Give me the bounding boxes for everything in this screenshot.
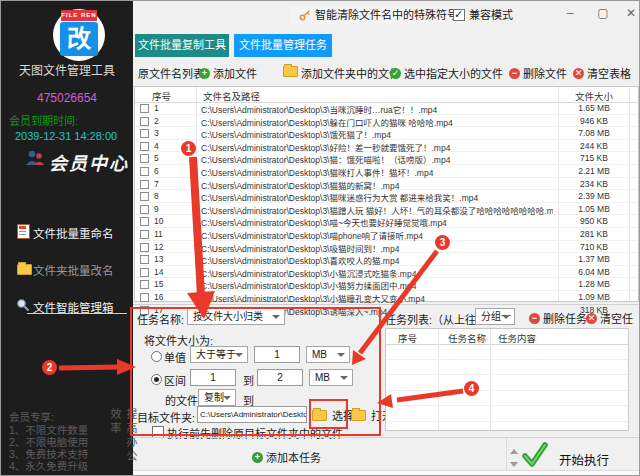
- table-row[interactable]: 4C:\Users\Administrator\Desktop\3\好险！差一秒…: [135, 140, 638, 153]
- row-checkbox[interactable]: [140, 192, 149, 201]
- row-checkbox[interactable]: [140, 205, 149, 214]
- row-checkbox[interactable]: [140, 268, 149, 277]
- row-checkbox[interactable]: [140, 293, 149, 302]
- row-checkbox[interactable]: [140, 217, 149, 226]
- start-button-label[interactable]: 开始执行: [559, 450, 609, 469]
- annotation-badge-2: 2: [42, 360, 57, 375]
- select-by-size-button[interactable]: ✓选中指定大小的文件: [390, 65, 503, 81]
- row-index: 10: [154, 216, 163, 226]
- row-checkbox[interactable]: [140, 167, 149, 176]
- table-row[interactable]: 3C:\Users\Administrator\Desktop\3\饿死猫了！.…: [135, 127, 638, 140]
- range-from-input[interactable]: 1: [190, 369, 236, 386]
- scroll-down-icon[interactable]: [510, 462, 518, 471]
- compat-mode-toggle[interactable]: 兼容模式: [453, 8, 513, 22]
- add-file-button[interactable]: +添加文件: [199, 65, 257, 81]
- delete-task-button[interactable]: −删除任务: [529, 310, 587, 326]
- row-checkbox[interactable]: [140, 180, 149, 189]
- table-row[interactable]: 6C:\Users\Administrator\Desktop\3\猫咪打人事件…: [135, 165, 638, 178]
- sidebar-item-smart-manager[interactable]: 文件智能管理箱: [17, 298, 133, 314]
- row-size: 710 KB: [559, 242, 629, 252]
- select-folder-button[interactable]: 选择: [312, 407, 354, 423]
- minimize-button[interactable]: –: [558, 4, 582, 22]
- expire-label: 会员到期时间:: [9, 112, 78, 128]
- tab-batch-manage[interactable]: 文件批量管理任务: [234, 34, 332, 57]
- task-name-select[interactable]: 按文件大小归类: [187, 308, 285, 325]
- sidebar-item-batch-rename[interactable]: 文件批量重命名: [17, 224, 133, 240]
- row-index: 14: [154, 267, 163, 277]
- row-checkbox[interactable]: [140, 117, 149, 126]
- sidebar-item-folder-rename[interactable]: 文件夹批量改名: [17, 261, 133, 277]
- row-index: 2: [154, 116, 159, 126]
- table-row[interactable]: 9C:\Users\Administrator\Desktop\3\猫蹭人玩 猫…: [135, 203, 638, 216]
- qq-number: 475026654: [1, 91, 133, 105]
- task-table-body: [386, 344, 628, 438]
- table-row[interactable]: 12C:\Users\Administrator\Desktop\3\吸猫时间到…: [135, 241, 638, 254]
- table-row[interactable]: 8C:\Users\Administrator\Desktop\3\猫咪迷惑行为…: [135, 190, 638, 203]
- range-unit-select[interactable]: MB: [309, 369, 353, 386]
- add-task-button[interactable]: +添加本任务: [252, 449, 321, 465]
- task-row-empty: [386, 406, 628, 422]
- divider: [506, 438, 507, 471]
- table-row[interactable]: 15C:\Users\Administrator\Desktop\3\小猫努力揉…: [135, 278, 638, 291]
- tab-batch-copy[interactable]: 文件批量复制工具: [135, 34, 229, 57]
- row-path: C:\Users\Administrator\Desktop\3\躲在门口吓人的…: [201, 116, 553, 128]
- close-button[interactable]: ✕: [619, 4, 640, 22]
- table-row[interactable]: 14C:\Users\Administrator\Desktop\3\小猫沉浸式…: [135, 266, 638, 279]
- row-path: C:\Users\Administrator\Desktop\3\猫蹭人玩 猫好…: [201, 204, 553, 216]
- file-action-label: 的文件: [165, 392, 198, 408]
- table-row[interactable]: 16C:\Users\Administrator\Desktop\3\小猫瞳孔变…: [135, 291, 638, 304]
- table-row[interactable]: 1C:\Users\Administrator\Desktop\3\当咪沉睡时……: [135, 102, 638, 115]
- row-path: C:\Users\Administrator\Desktop\3\小猫努力揉面团…: [201, 279, 553, 291]
- row-checkbox[interactable]: [140, 230, 149, 239]
- compat-checkbox[interactable]: [453, 9, 465, 21]
- member-center-button[interactable]: 会员中心: [25, 149, 133, 175]
- clean-special-chars-button[interactable]: 智能清除文件名中的特殊符号: [291, 5, 466, 25]
- minus-icon: −: [529, 313, 540, 324]
- table-row[interactable]: 7C:\Users\Administrator\Desktop\3\猫猫的新窝！…: [135, 178, 638, 191]
- app-window: FILE REN 改 天图文件管理工具 475026654 会员到期时间: 20…: [0, 0, 640, 476]
- single-op-select[interactable]: 大于等于: [190, 346, 248, 363]
- single-unit-select[interactable]: MB: [306, 346, 350, 363]
- row-size: 6.04 MB: [559, 267, 629, 277]
- target-folder-label: 目标文件夹:: [137, 409, 195, 425]
- row-index: 7: [154, 179, 159, 189]
- range-to-input[interactable]: 2: [257, 369, 303, 386]
- file-table-body: 1C:\Users\Administrator\Desktop\3\当咪沉睡时……: [135, 102, 638, 316]
- action-select[interactable]: 复制: [198, 389, 236, 406]
- scroll-up-icon[interactable]: [510, 445, 518, 454]
- delete-file-button[interactable]: −删除文件: [509, 65, 567, 81]
- add-folder-files-button[interactable]: 添加文件夹中的文件: [283, 65, 400, 81]
- row-checkbox[interactable]: [140, 129, 149, 138]
- target-folder-input[interactable]: C:\Users\Administrator\Desktop\4: [197, 406, 307, 423]
- row-checkbox[interactable]: [140, 142, 149, 151]
- x-icon: ✕: [586, 313, 597, 324]
- magnifier-icon: [16, 298, 30, 312]
- row-checkbox[interactable]: [140, 280, 149, 289]
- task-name-label: 任务名称:: [137, 311, 184, 327]
- clear-table-button[interactable]: ✕清空表格: [573, 65, 631, 81]
- single-value-radio[interactable]: [151, 351, 162, 362]
- row-checkbox[interactable]: [140, 154, 149, 163]
- range-radio[interactable]: [151, 374, 162, 385]
- folder-icon: [283, 66, 298, 77]
- row-checkbox[interactable]: [140, 104, 149, 113]
- table-row[interactable]: 11C:\Users\Administrator\Desktop\3\喵phon…: [135, 228, 638, 241]
- table-row[interactable]: 13C:\Users\Administrator\Desktop\3\喜欢咬人的…: [135, 253, 638, 266]
- single-value-input[interactable]: 1: [254, 346, 300, 363]
- maximize-button[interactable]: ▢: [591, 4, 615, 22]
- annotation-badge-3: 3: [435, 235, 450, 250]
- table-row[interactable]: 10C:\Users\Administrator\Desktop\3\喵~今天也…: [135, 215, 638, 228]
- plus-icon: +: [199, 68, 210, 79]
- table-row[interactable]: 5C:\Users\Administrator\Desktop\3\猫：饿死喵啦…: [135, 152, 638, 165]
- row-index: 12: [154, 242, 163, 252]
- row-checkbox[interactable]: [140, 243, 149, 252]
- row-index: 16: [154, 292, 163, 302]
- row-path: C:\Users\Administrator\Desktop\3\小猫瞳孔变大又…: [201, 292, 553, 304]
- row-checkbox[interactable]: [140, 255, 149, 264]
- row-index: 3: [154, 128, 159, 138]
- group-select[interactable]: 分组一: [475, 308, 515, 325]
- row-index: 6: [154, 166, 159, 176]
- start-button[interactable]: [521, 441, 549, 471]
- row-path: C:\Users\Administrator\Desktop\3\猫猫的新窝！.…: [201, 179, 553, 191]
- table-row[interactable]: 2C:\Users\Administrator\Desktop\3\躲在门口吓人…: [135, 115, 638, 128]
